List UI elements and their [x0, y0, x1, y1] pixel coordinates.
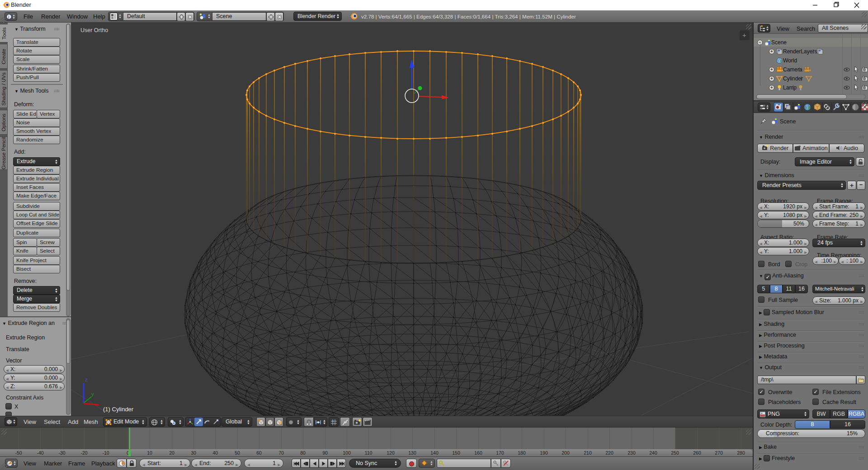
- svg-text:User Ortho: User Ortho: [80, 27, 108, 33]
- svg-text:i: i: [8, 15, 9, 19]
- svg-text:+: +: [742, 31, 746, 39]
- svg-text:y: y: [91, 391, 94, 397]
- svg-text:z: z: [85, 377, 88, 382]
- svg-text:(1) Cylinder: (1) Cylinder: [103, 406, 134, 413]
